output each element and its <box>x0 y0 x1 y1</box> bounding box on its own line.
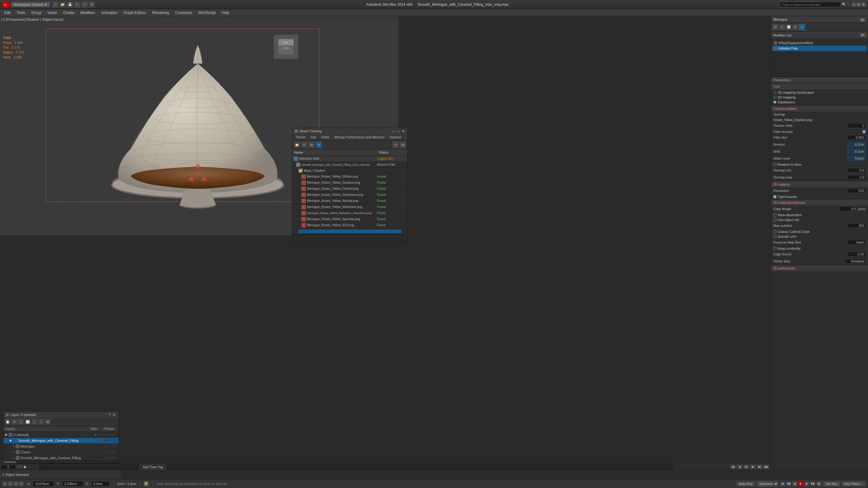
asset-row[interactable]: T Meringue_Kisses_Yellow_Glossiness.png … <box>292 192 407 198</box>
layer-item[interactable]: ○ Cream <box>3 449 118 455</box>
layer-item[interactable]: ○ Smooth_Meringue_with_Caramel_Filling <box>3 455 118 461</box>
view-dependent-checkbox[interactable] <box>773 214 776 217</box>
anim-ctrl-5[interactable]: ▶ <box>804 481 810 486</box>
menu-create[interactable]: Create <box>60 10 77 15</box>
menu-tools[interactable]: Tools <box>14 10 28 15</box>
menu-edit[interactable]: Edit <box>1 10 14 15</box>
filter-texmap-checkbox[interactable] <box>863 130 866 133</box>
help-icon[interactable]: ? <box>847 2 849 7</box>
properties-icon[interactable]: ⚙ <box>792 24 798 30</box>
amount-input[interactable] <box>847 142 866 147</box>
asset-tool-folder[interactable]: 📁 <box>293 141 300 148</box>
asset-panel-minimize[interactable]: — <box>391 129 396 133</box>
key-filters-button[interactable]: Key Filters... <box>841 481 866 486</box>
modifier-list-dropdown[interactable]: ▼ <box>860 18 866 22</box>
asset-row[interactable]: T Meringue_Kisses_Yellow_Displace.png Fo… <box>292 180 407 186</box>
anim-ctrl-7[interactable]: ▶| <box>816 481 822 486</box>
layer-meringue-freeze-btn[interactable] <box>111 445 117 448</box>
status-icon4[interactable] <box>19 481 24 486</box>
modifier-list-expand[interactable]: ▼ <box>860 33 866 37</box>
menu-graph-editors[interactable]: Graph Editors <box>121 10 149 15</box>
layer-item[interactable]: ○ Meringue <box>3 444 118 449</box>
close-button[interactable]: ✕ <box>861 2 866 7</box>
radio-subdivision[interactable]: Subdivision <box>773 100 866 105</box>
anim-ctrl-1[interactable]: |◀ <box>780 481 785 486</box>
layer-tool-expand[interactable]: ⊞ <box>45 419 51 425</box>
layer-meringue-hide-btn[interactable] <box>104 445 110 448</box>
z-coord-input[interactable] <box>91 481 110 486</box>
play-btn[interactable]: ▶ <box>743 464 749 469</box>
layer-tool-delete[interactable]: ✕ <box>11 419 17 425</box>
layer-scrollbar[interactable] <box>3 461 118 463</box>
status-icon1[interactable] <box>2 481 7 486</box>
save-icon[interactable]: 💾 <box>67 1 73 8</box>
maximize-button[interactable]: □ <box>857 2 861 7</box>
menu-maxscript[interactable]: MAXScript <box>195 10 219 15</box>
asset-panel-expand[interactable]: □ <box>396 129 400 133</box>
anim-ctrl-3[interactable]: ◀ <box>792 481 798 486</box>
edge-length-input[interactable] <box>839 206 857 211</box>
navigation-cube[interactable]: TOP FRONT <box>274 35 298 59</box>
modifier-active-icon[interactable]: M <box>799 24 805 30</box>
key-mode-select[interactable]: Selected All <box>756 481 779 487</box>
texmap-max-input[interactable] <box>847 175 866 180</box>
tight-bounds-checkbox[interactable] <box>773 195 776 198</box>
radio-3d-mapping[interactable]: 3D mapping <box>773 95 866 100</box>
asset-row[interactable]: T Meringue_Kisses_Yellow_Refraction.png … <box>292 204 407 210</box>
texture-chan-input[interactable] <box>847 123 866 128</box>
next-frame-btn[interactable]: ▶ <box>750 464 756 469</box>
layer-item[interactable]: ▼ Smooth_Meringue_with_Caramel_Filling <box>3 438 118 444</box>
asset-menu-file[interactable]: File <box>308 135 318 139</box>
shift-input[interactable] <box>847 149 866 154</box>
asset-tool-expand[interactable]: ⊞ <box>308 141 315 148</box>
layer-selected-checkbox[interactable] <box>99 439 103 443</box>
asset-row[interactable]: M Smooth_Meringue_with_Caramel_Filling_m… <box>292 162 407 168</box>
layer-scrollbar-thumb[interactable] <box>4 461 16 463</box>
layer-filling-hide-btn[interactable] <box>104 456 110 460</box>
layer-0-freeze-btn[interactable] <box>111 433 117 436</box>
layer-0-hide-btn[interactable] <box>104 433 110 436</box>
x-coord-input[interactable] <box>33 481 54 486</box>
status-icon2[interactable] <box>8 481 13 486</box>
search-icon[interactable]: 🔍 <box>842 2 846 7</box>
undo-icon[interactable]: ↩ <box>74 1 81 8</box>
prev-key-btn[interactable]: |◀ <box>730 464 736 469</box>
anim-ctrl-4[interactable]: ▶ <box>798 481 804 486</box>
asset-tool-active[interactable]: ⊟ <box>315 141 322 148</box>
keep-continuity-checkbox[interactable] <box>773 247 776 250</box>
layer-selected-freeze-btn[interactable] <box>111 439 117 443</box>
layer-tool-select[interactable]: ⬜ <box>25 419 31 425</box>
show-all-icon[interactable]: ≡ <box>779 24 785 30</box>
layer-selected-hide-btn[interactable] <box>104 439 110 443</box>
set-key-button[interactable]: Set Key <box>823 481 840 486</box>
classic-catmull-checkbox[interactable] <box>773 230 776 233</box>
asset-row[interactable]: V Autodesk Vault Logged Out... <box>292 156 407 162</box>
asset-row[interactable]: T Meringue_Kisses_Yellow_Fresnel.png Fou… <box>292 186 407 192</box>
y-coord-input[interactable] <box>62 481 83 486</box>
new-file-icon[interactable]: □ <box>52 1 59 8</box>
menu-views[interactable]: Views <box>44 10 60 15</box>
asset-menu-paths[interactable]: Paths <box>318 135 332 139</box>
edge-thresh-input[interactable] <box>847 252 866 257</box>
layer-filling-freeze-btn[interactable] <box>111 456 117 460</box>
layer-panel-close[interactable]: ✕ <box>112 413 117 417</box>
anim-ctrl-2[interactable]: ◀◀ <box>786 481 791 486</box>
menu-group[interactable]: Group <box>28 10 44 15</box>
menu-rendering[interactable]: Rendering <box>149 10 172 15</box>
frame-select-icon[interactable]: ▶ <box>24 465 27 469</box>
render-setup-icon[interactable]: ⚙ <box>89 1 95 8</box>
texmap-min-input[interactable] <box>847 168 866 173</box>
vector-disp-input[interactable] <box>844 259 866 264</box>
asset-row[interactable]: T Meringue_Kisses_Yellow_SS3.png Found <box>292 222 407 228</box>
minimize-button[interactable]: — <box>851 2 856 7</box>
asset-tool-settings[interactable]: ⚙ <box>400 141 406 148</box>
max-subdivs-input[interactable] <box>847 223 866 228</box>
anim-ctrl-6[interactable]: ▶▶ <box>810 481 816 486</box>
end-btn[interactable]: ▶▶ <box>763 464 769 469</box>
layer-tool-move[interactable]: ↑ <box>31 419 37 425</box>
track-view-icon[interactable]: 📊 <box>785 24 792 30</box>
layer-tool-add[interactable]: + <box>18 419 24 425</box>
asset-panel-close[interactable]: ✕ <box>401 129 406 133</box>
relative-to-bbox-checkbox[interactable] <box>773 163 776 166</box>
asset-menu-options[interactable]: Options <box>387 135 403 139</box>
